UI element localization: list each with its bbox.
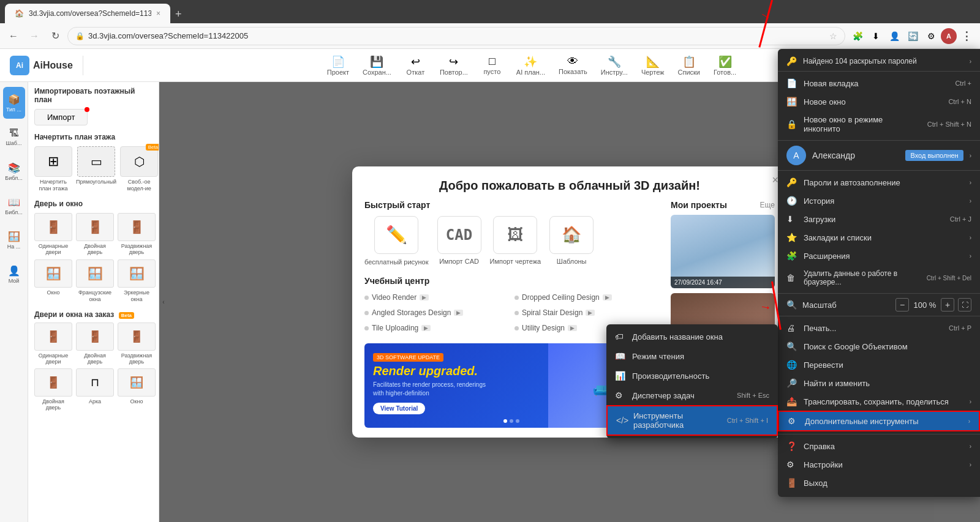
toolbar-item-show[interactable]: 👁 Показать xyxy=(552,53,594,78)
qs-item-blueprint[interactable]: 🖼 Импорт чертежа xyxy=(490,216,541,266)
zoom-plus-btn[interactable]: + xyxy=(941,298,954,311)
sidebar-icon-type[interactable]: 📦 Тип ... xyxy=(3,87,25,119)
window-item-basic[interactable]: 🪟 Окно xyxy=(34,259,72,303)
profile-sync[interactable]: Вход выполнен xyxy=(905,150,963,161)
menu-item-browser-settings[interactable]: ⚙ Настройки › xyxy=(778,455,980,474)
toolbar-item-lists[interactable]: 📋 Списки xyxy=(671,53,706,78)
project-date-1: 27/09/2024 16:47 xyxy=(671,277,775,288)
menu-item-more-tools[interactable]: ⚙ Дополнительные инструменты › xyxy=(778,411,980,431)
floor-item-rect[interactable]: ▭ Прямоугольный xyxy=(76,146,116,192)
custom-door-5[interactable]: ⊓ Арка xyxy=(76,368,114,411)
menu-item-help[interactable]: ❓ Справка › xyxy=(778,437,980,455)
banner-btn[interactable]: View Tutorial xyxy=(373,403,425,414)
sidebar-icon-templates[interactable]: 🏗 Шаб... xyxy=(3,121,25,153)
nav-forward-btn[interactable]: → xyxy=(26,28,43,45)
learning-dot-6 xyxy=(514,326,519,330)
project-thumb-1[interactable]: 27/09/2024 16:47 xyxy=(671,215,775,288)
toolbar-item-ready[interactable]: ✅ Готов... xyxy=(707,53,742,78)
learning-item-tile[interactable]: Tile Uploading ▶ xyxy=(364,321,508,335)
learning-item-stair[interactable]: Spiral Stair Design ▶ xyxy=(514,306,658,319)
menu-item-extensions[interactable]: 🧩 Расширения › xyxy=(778,247,980,265)
menu-notice[interactable]: 🔑 Найдено 104 раскрытых паролей › xyxy=(778,51,980,72)
menu-profile[interactable]: А Александр Вход выполнен › xyxy=(778,140,980,171)
toolbar-item-ai[interactable]: ✨ AI план... xyxy=(510,53,551,78)
menu-item-cast[interactable]: 📤 Транслировать, сохранить, поделиться › xyxy=(778,392,980,411)
downloads-btn[interactable]: ⬇ xyxy=(867,28,884,45)
door-item-sliding[interactable]: 🚪 Раздвижная дверь xyxy=(118,213,156,256)
new-tab-btn[interactable]: + xyxy=(170,8,187,21)
toolbar-item-redo[interactable]: ↪ Повтор... xyxy=(434,53,474,78)
menu-item-new-tab[interactable]: 📄 Новая вкладка Ctrl + xyxy=(778,74,980,92)
import-btn[interactable]: Импорт xyxy=(34,109,88,125)
drawing-label: Чертеж xyxy=(641,69,665,76)
menu-item-downloads[interactable]: ⬇ Загрузки Ctrl + J xyxy=(778,210,980,228)
lock-icon: 🔒 xyxy=(75,32,85,40)
custom-door-1[interactable]: 🚪 Одинарные двери xyxy=(34,323,72,365)
learning-item-storage[interactable]: Angled Storages Design ▶ xyxy=(364,306,508,319)
learning-item-ceiling[interactable]: Dropped Ceiling Design ▶ xyxy=(514,291,658,304)
sub-menu-item-reading[interactable]: 📖 Режим чтения xyxy=(606,346,778,366)
tab-close[interactable]: × xyxy=(156,9,160,18)
menu-item-google-lens[interactable]: 🔍 Поиск с Google Объективом xyxy=(778,337,980,356)
toolbar-item-undo[interactable]: ↩ Откат xyxy=(399,53,432,78)
door-item-single[interactable]: 🚪 Одинарные двери xyxy=(34,213,72,256)
projects-more[interactable]: Еще xyxy=(760,201,775,209)
extensions-btn[interactable]: 🧩 xyxy=(849,28,866,45)
account-btn[interactable]: 👤 xyxy=(886,28,903,45)
browser-tab[interactable]: 🏠 3d.3vjia.com/oversea?SchemeId=11342200… xyxy=(5,4,170,23)
sub-menu-item-name-window[interactable]: 🏷 Добавить название окна xyxy=(606,327,778,346)
sidebar-icon-library2[interactable]: 📖 Библ... xyxy=(3,190,25,222)
devtools-shortcut: Ctrl + Shift + I xyxy=(727,417,768,424)
nav-reload-btn[interactable]: ↻ xyxy=(47,28,64,45)
floor-item-free[interactable]: Beta ⬡ Своб.-ое модел-ие xyxy=(120,146,158,192)
qs-item-templates[interactable]: 🏠 Шаблоны xyxy=(549,216,594,266)
settings-btn[interactable]: ⚙ xyxy=(922,28,940,45)
toolbar-item-tools[interactable]: 🔧 Инстру... xyxy=(595,53,634,78)
menu-item-bookmarks[interactable]: ⭐ Закладки и списки › xyxy=(778,228,980,247)
toolbar-item-drawing[interactable]: 📐 Чертеж xyxy=(635,53,671,78)
drawing-icon: 📐 xyxy=(646,55,660,69)
menu-btn[interactable]: ⋮ xyxy=(958,28,975,45)
menu-item-exit[interactable]: 🚪 Выход xyxy=(778,474,980,492)
menu-item-clear[interactable]: 🗑 Удалить данные о работе в браузере... … xyxy=(778,265,980,291)
toolbar-item-project[interactable]: 📄 Проект xyxy=(321,53,355,78)
menu-item-new-window[interactable]: 🪟 Новое окно Ctrl + N xyxy=(778,92,980,111)
history-icon: 🕐 xyxy=(786,196,797,206)
sidebar-icon-library[interactable]: 📚 Библ... xyxy=(3,155,25,187)
qs-item-cad[interactable]: CAD Импорт CAD xyxy=(437,216,481,266)
qs-item-draw[interactable]: ✏️ бесплатный рисунок xyxy=(364,216,429,266)
zoom-minus-btn[interactable]: − xyxy=(895,298,909,311)
zoom-fullscreen-btn[interactable]: ⛶ xyxy=(958,298,971,311)
sub-menu-item-task-manager[interactable]: ⚙ Диспетчер задач Shift + Esc xyxy=(606,386,778,405)
menu-item-find[interactable]: 🔎 Найти и изменить xyxy=(778,374,980,392)
custom-door-4[interactable]: 🚪 Двойная дверь xyxy=(34,368,72,411)
address-bar[interactable]: 🔒 3d.3vjia.com/oversea?SchemeId=11342200… xyxy=(67,27,845,45)
notice-arrow: › xyxy=(970,58,971,65)
sub-menu-item-devtools[interactable]: </> Инструменты разработчика Ctrl + Shif… xyxy=(606,405,778,436)
custom-door-6[interactable]: 🪟 Окно xyxy=(118,368,156,411)
menu-item-history[interactable]: 🕐 История › xyxy=(778,192,980,210)
toolbar-item-empty[interactable]: □ пусто xyxy=(475,53,509,78)
menu-item-passwords[interactable]: 🔑 Пароли и автозаполнение › xyxy=(778,173,980,192)
floor-free-icon: ⬡ xyxy=(120,146,158,177)
custom-door-2[interactable]: 🚪 Двойная дверь xyxy=(76,323,114,365)
sub-menu-item-performance[interactable]: 📊 Производительность xyxy=(606,366,778,386)
window-item-french[interactable]: 🪟 Французские окна xyxy=(76,259,114,303)
window-item-bay[interactable]: 🪟 Эркерные окна xyxy=(118,259,156,303)
menu-item-print[interactable]: 🖨 Печать... Ctrl + P xyxy=(778,319,980,337)
sidebar-icon-my[interactable]: 👤 Мой xyxy=(3,258,25,290)
menu-item-incognito[interactable]: 🔒 Новое окно в режиме инкогнито Ctrl + S… xyxy=(778,111,980,138)
qs-cad-icon: CAD xyxy=(437,216,481,254)
sync-btn[interactable]: 🔄 xyxy=(904,28,921,45)
floor-item-draw[interactable]: ⊞ Начертить план этажа xyxy=(34,146,72,192)
nav-back-btn[interactable]: ← xyxy=(5,28,22,45)
library2-label: Библ... xyxy=(5,209,22,215)
learning-item-video[interactable]: Video Render ▶ xyxy=(364,291,508,304)
profile-circle[interactable]: А xyxy=(941,28,957,44)
toolbar-item-save[interactable]: 💾 Сохран... xyxy=(356,53,398,78)
custom-door-3[interactable]: 🚪 Раздвижная дверь xyxy=(118,323,156,365)
sidebar-icon-na[interactable]: 🪟 На ... xyxy=(3,224,25,256)
menu-item-translate[interactable]: 🌐 Перевести xyxy=(778,356,980,374)
star-icon[interactable]: ☆ xyxy=(829,31,837,41)
door-item-double[interactable]: 🚪 Двойная дверь xyxy=(76,213,114,256)
